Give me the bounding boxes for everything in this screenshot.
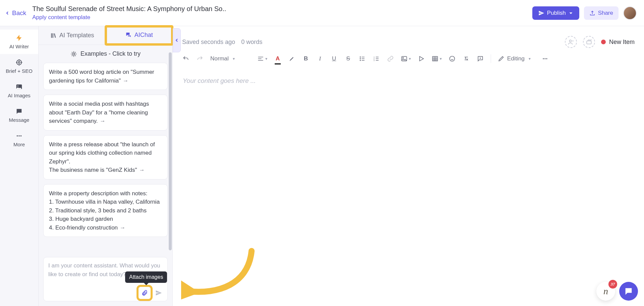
- nav-label: More: [13, 142, 25, 147]
- svg-point-7: [73, 53, 75, 55]
- nav-label: Brief + SEO: [6, 68, 33, 74]
- back-label: Back: [12, 9, 26, 17]
- emoji-button[interactable]: [448, 54, 456, 64]
- more-toolbar-button[interactable]: [541, 54, 549, 64]
- italic-button[interactable]: I: [316, 54, 324, 64]
- svg-point-1: [18, 61, 20, 63]
- notification-badge: 37: [608, 280, 617, 289]
- strikethrough-button[interactable]: S: [344, 54, 352, 64]
- undo-button[interactable]: [182, 54, 190, 64]
- nav-ai-images[interactable]: AI Images: [0, 79, 38, 103]
- upload-icon: [589, 10, 595, 16]
- bolt-icon: [15, 34, 23, 42]
- app-badge-button[interactable]: n 37: [596, 282, 615, 301]
- insert-video-button[interactable]: [418, 54, 425, 64]
- text-color-button[interactable]: A: [274, 54, 281, 64]
- highlight-button[interactable]: [288, 54, 296, 64]
- word-count: 0 words: [241, 39, 262, 46]
- insert-image-dropdown[interactable]: ▾: [401, 54, 411, 64]
- support-chat-button[interactable]: [619, 282, 638, 301]
- link-button[interactable]: [387, 54, 394, 64]
- emoji-icon: [449, 55, 455, 62]
- chevron-down-icon: ▾: [233, 56, 235, 61]
- nav-message[interactable]: Message: [0, 103, 38, 128]
- attach-button[interactable]: [139, 288, 150, 298]
- apply-template-link[interactable]: Apply content template: [32, 14, 526, 21]
- image-icon: [15, 83, 23, 91]
- dots-icon: [15, 132, 23, 140]
- share-label: Share: [598, 10, 613, 16]
- tab-aichat[interactable]: AIChat: [106, 26, 173, 45]
- status-label: New Item: [609, 39, 635, 46]
- status-new-item[interactable]: New Item: [601, 39, 635, 46]
- document-title[interactable]: The Soulful Serenade of Street Music: A …: [32, 5, 526, 13]
- saved-status: Saved seconds ago: [182, 39, 235, 46]
- example-card[interactable]: Write a social media post with hashtags …: [43, 95, 168, 131]
- share-button[interactable]: Share: [584, 6, 619, 20]
- content-area[interactable]: Your content goes here ...: [182, 68, 635, 306]
- scrollbar[interactable]: [169, 52, 172, 250]
- svg-rect-9: [587, 41, 591, 44]
- clear-format-button[interactable]: [463, 54, 470, 64]
- svg-point-4: [17, 135, 18, 137]
- target-icon: [15, 59, 23, 66]
- arrow-icon: →: [123, 78, 128, 84]
- message-icon: [15, 108, 23, 115]
- svg-point-17: [402, 57, 404, 58]
- add-folder-button[interactable]: [583, 36, 595, 48]
- image-icon: [401, 55, 408, 62]
- svg-point-8: [569, 40, 571, 42]
- pencil-icon: [498, 55, 504, 62]
- svg-point-21: [543, 58, 544, 59]
- tab-ai-templates[interactable]: AI Templates: [39, 26, 106, 45]
- svg-rect-19: [433, 56, 438, 61]
- content-placeholder: Your content goes here ...: [183, 77, 634, 85]
- chat-actions: [139, 288, 164, 298]
- side-panel: AI Templates AIChat Examples - Click to …: [39, 26, 173, 306]
- chevron-down-icon: ▾: [265, 56, 267, 61]
- align-dropdown[interactable]: ▾: [257, 54, 267, 64]
- examples-list[interactable]: Write a 500 word blog article on "Summer…: [39, 63, 172, 255]
- left-nav: AI Writer Brief + SEO AI Images Message …: [0, 26, 39, 306]
- text-style-label: Normal: [210, 55, 229, 62]
- svg-point-22: [544, 58, 545, 59]
- svg-point-20: [450, 56, 455, 61]
- editing-mode-dropdown[interactable]: Editing ▾: [498, 54, 535, 64]
- nav-more[interactable]: More: [0, 128, 38, 152]
- publish-button[interactable]: Publish: [532, 6, 579, 20]
- insert-table-dropdown[interactable]: ▾: [432, 54, 442, 64]
- nav-ai-writer[interactable]: AI Writer: [0, 30, 38, 54]
- chevron-left-icon: [5, 10, 10, 16]
- chat-input[interactable]: I am your content assistant. What would …: [43, 257, 168, 301]
- nav-brief-seo[interactable]: Brief + SEO: [0, 54, 38, 79]
- side-tabs: AI Templates AIChat: [39, 26, 172, 45]
- bullet-list-button[interactable]: [359, 54, 366, 64]
- send-button[interactable]: [153, 288, 164, 298]
- nav-label: AI Images: [8, 93, 31, 98]
- back-button[interactable]: Back: [5, 9, 26, 17]
- scrollbar-thumb[interactable]: [169, 52, 172, 250]
- example-card[interactable]: Write a property description with notes:…: [43, 184, 168, 237]
- svg-text:3: 3: [374, 59, 375, 61]
- mode-label: Editing: [507, 55, 525, 62]
- bold-button[interactable]: B: [302, 54, 310, 64]
- svg-point-12: [360, 60, 361, 61]
- align-left-icon: [257, 55, 264, 62]
- example-text: Write a social media post with hashtags …: [49, 101, 149, 124]
- example-card[interactable]: Write a 500 word blog article on "Summer…: [43, 63, 168, 90]
- comment-plus-icon: [477, 55, 484, 62]
- status-dot-icon: [601, 40, 606, 44]
- comment-button[interactable]: [477, 54, 484, 64]
- text-style-dropdown[interactable]: Normal ▾: [210, 54, 251, 64]
- user-avatar[interactable]: [623, 6, 637, 20]
- svg-point-0: [17, 60, 22, 65]
- example-card[interactable]: Write a press release about "the launch …: [43, 135, 168, 180]
- numbered-list-button[interactable]: 123: [373, 54, 380, 64]
- redo-button[interactable]: [196, 54, 204, 64]
- arrow-icon: →: [100, 118, 106, 124]
- add-collaborator-button[interactable]: [565, 36, 577, 48]
- nav-label: AI Writer: [9, 44, 29, 49]
- library-icon: [50, 32, 57, 39]
- underline-button[interactable]: U: [330, 54, 338, 64]
- editor-status-row: Saved seconds ago 0 words New Item: [182, 34, 635, 50]
